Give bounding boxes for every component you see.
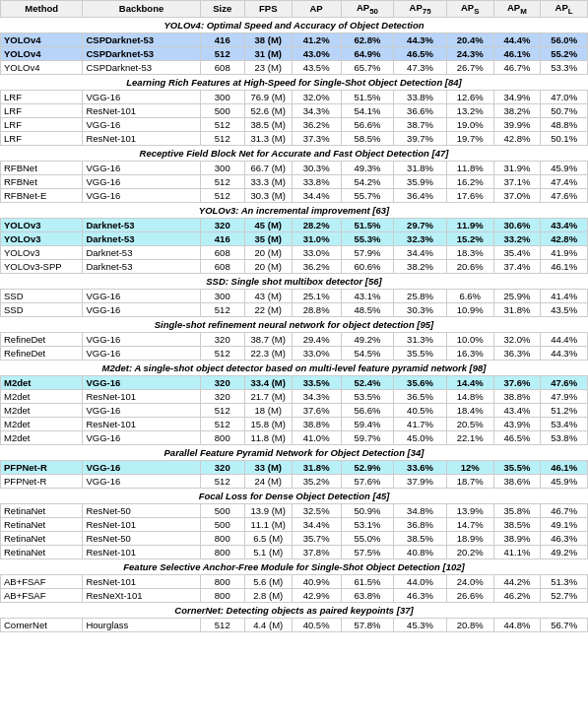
cell-ap75: 40.5% bbox=[394, 403, 447, 417]
cell-backbone: VGG-16 bbox=[83, 161, 200, 174]
cell-apm: 38.2% bbox=[493, 103, 541, 117]
cell-method: LRF bbox=[1, 103, 83, 117]
cell-backbone: VGG-16 bbox=[83, 403, 200, 417]
cell-ap50: 57.8% bbox=[341, 618, 394, 631]
cell-apl: 46.1% bbox=[541, 460, 588, 474]
col-ap: AP bbox=[292, 1, 341, 18]
cell-method: M2det bbox=[1, 403, 83, 417]
cell-apl: 44.4% bbox=[541, 332, 588, 346]
cell-ap: 35.7% bbox=[292, 531, 341, 545]
cell-aps: 20.8% bbox=[446, 618, 493, 631]
cell-apm: 46.2% bbox=[493, 588, 541, 602]
cell-aps: 26.7% bbox=[446, 60, 493, 74]
cell-backbone: ResNet-101 bbox=[83, 389, 200, 403]
cell-ap75: 36.5% bbox=[394, 389, 447, 403]
cell-method: RetinaNet bbox=[1, 531, 83, 545]
cell-fps: 38.7 (M) bbox=[244, 332, 292, 346]
cell-fps: 31 (M) bbox=[244, 46, 292, 60]
cell-apm: 32.0% bbox=[493, 332, 541, 346]
cell-apm: 31.8% bbox=[493, 302, 541, 316]
cell-aps: 6.6% bbox=[446, 289, 493, 302]
cell-fps: 35 (M) bbox=[244, 231, 292, 245]
cell-backbone: ResNet-50 bbox=[83, 531, 200, 545]
cell-ap75: 29.7% bbox=[394, 218, 447, 231]
cell-apm: 37.0% bbox=[493, 188, 541, 202]
section-header-row: Focal Loss for Dense Object Detection [4… bbox=[1, 488, 588, 503]
cell-size: 800 bbox=[200, 588, 244, 602]
cell-ap50: 59.4% bbox=[341, 417, 394, 430]
cell-ap50: 56.6% bbox=[341, 117, 394, 131]
cell-backbone: ResNet-101 bbox=[83, 517, 200, 531]
cell-ap50: 56.6% bbox=[341, 403, 394, 417]
cell-ap75: 39.7% bbox=[394, 131, 447, 145]
cell-ap75: 47.3% bbox=[394, 60, 447, 74]
cell-apm: 37.6% bbox=[493, 375, 541, 389]
cell-aps: 19.0% bbox=[446, 117, 493, 131]
section-title: Parallel Feature Pyramid Network for Obj… bbox=[1, 444, 588, 460]
table-row: YOLOv3Darknet-5332045 (M)28.2%51.5%29.7%… bbox=[1, 218, 588, 231]
cell-ap75: 38.7% bbox=[394, 117, 447, 131]
cell-apl: 53.4% bbox=[541, 417, 588, 430]
table-row: LRFResNet-10151231.3 (M)37.3%58.5%39.7%1… bbox=[1, 131, 588, 145]
cell-ap: 34.4% bbox=[292, 188, 341, 202]
cell-fps: 22 (M) bbox=[244, 302, 292, 316]
section-title: SSD: Single shot multibox detector [56] bbox=[1, 273, 588, 289]
cell-apl: 47.6% bbox=[541, 375, 588, 389]
cell-apm: 44.4% bbox=[493, 33, 541, 46]
cell-apm: 44.2% bbox=[493, 574, 541, 588]
cell-ap75: 38.5% bbox=[394, 531, 447, 545]
cell-size: 512 bbox=[200, 403, 244, 417]
cell-ap75: 36.8% bbox=[394, 517, 447, 531]
cell-fps: 20 (M) bbox=[244, 259, 292, 273]
cell-method: RefineDet bbox=[1, 332, 83, 346]
cell-apl: 51.3% bbox=[541, 574, 588, 588]
cell-ap: 35.2% bbox=[292, 474, 341, 488]
cell-apm: 37.1% bbox=[493, 174, 541, 188]
cell-aps: 12% bbox=[446, 460, 493, 474]
cell-ap75: 30.3% bbox=[394, 302, 447, 316]
cell-size: 320 bbox=[200, 389, 244, 403]
cell-size: 320 bbox=[200, 460, 244, 474]
section-header-row: SSD: Single shot multibox detector [56] bbox=[1, 273, 588, 289]
cell-ap: 33.8% bbox=[292, 174, 341, 188]
table-row: SSDVGG-1651222 (M)28.8%48.5%30.3%10.9%31… bbox=[1, 302, 588, 316]
cell-ap50: 59.7% bbox=[341, 430, 394, 444]
table-row: YOLOv4CSPDarknet-5360823 (M)43.5%65.7%47… bbox=[1, 60, 588, 74]
cell-method: RFBNet-E bbox=[1, 188, 83, 202]
table-row: M2detResNet-10151215.8 (M)38.8%59.4%41.7… bbox=[1, 417, 588, 430]
cell-backbone: VGG-16 bbox=[83, 302, 200, 316]
cell-backbone: VGG-16 bbox=[83, 375, 200, 389]
cell-method: RetinaNet bbox=[1, 517, 83, 531]
cell-ap75: 35.5% bbox=[394, 346, 447, 360]
cell-aps: 20.4% bbox=[446, 33, 493, 46]
cell-backbone: VGG-16 bbox=[83, 188, 200, 202]
cell-backbone: ResNet-50 bbox=[83, 503, 200, 517]
table-row: M2detVGG-1651218 (M)37.6%56.6%40.5%18.4%… bbox=[1, 403, 588, 417]
cell-ap50: 58.5% bbox=[341, 131, 394, 145]
cell-ap: 31.8% bbox=[292, 460, 341, 474]
cell-apm: 46.1% bbox=[493, 46, 541, 60]
cell-ap: 36.2% bbox=[292, 117, 341, 131]
cell-ap: 37.3% bbox=[292, 131, 341, 145]
table-row: SSDVGG-1630043 (M)25.1%43.1%25.8%6.6%25.… bbox=[1, 289, 588, 302]
cell-ap75: 41.7% bbox=[394, 417, 447, 430]
cell-ap50: 51.5% bbox=[341, 90, 394, 103]
cell-ap: 33.0% bbox=[292, 346, 341, 360]
table-row: LRFVGG-1630076.9 (M)32.0%51.5%33.8%12.6%… bbox=[1, 90, 588, 103]
cell-apm: 46.5% bbox=[493, 430, 541, 444]
cell-backbone: VGG-16 bbox=[83, 117, 200, 131]
table-row: RefineDetVGG-1651222.3 (M)33.0%54.5%35.5… bbox=[1, 346, 588, 360]
cell-backbone: ResNet-101 bbox=[83, 103, 200, 117]
cell-apl: 48.8% bbox=[541, 117, 588, 131]
cell-ap50: 50.9% bbox=[341, 503, 394, 517]
section-header-row: Feature Selective Anchor-Free Module for… bbox=[1, 558, 588, 574]
cell-apm: 43.9% bbox=[493, 417, 541, 430]
cell-apl: 47.0% bbox=[541, 90, 588, 103]
cell-apm: 39.9% bbox=[493, 117, 541, 131]
table-row: PFPNet-RVGG-1632033 (M)31.8%52.9%33.6%12… bbox=[1, 460, 588, 474]
cell-fps: 66.7 (M) bbox=[244, 161, 292, 174]
cell-fps: 18 (M) bbox=[244, 403, 292, 417]
cell-ap50: 55.7% bbox=[341, 188, 394, 202]
cell-ap: 33.0% bbox=[292, 245, 341, 259]
cell-ap75: 45.3% bbox=[394, 618, 447, 631]
